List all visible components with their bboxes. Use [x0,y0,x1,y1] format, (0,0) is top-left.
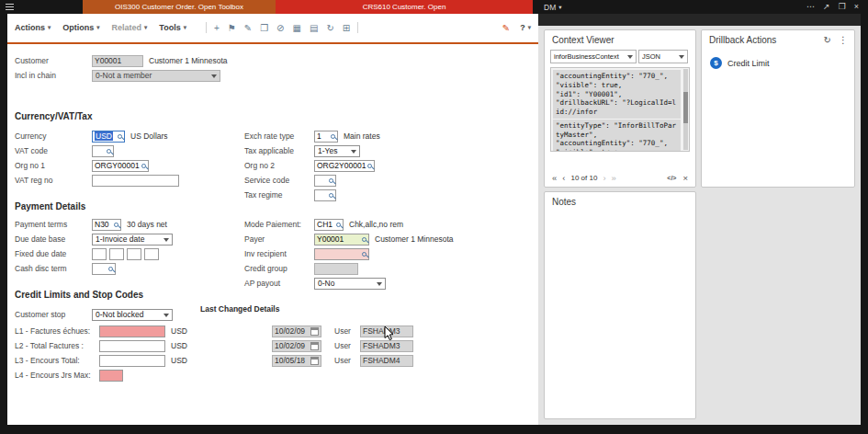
browse-icon[interactable] [331,134,335,139]
last-changed-date-input[interactable]: 10/02/09 [272,326,321,337]
help-menu[interactable]: ?▾ [520,23,531,32]
calendar-icon[interactable] [310,327,319,336]
org-no-1-input[interactable]: ORGY00001 [92,160,149,172]
credit-limit-2-row: L2 - Total Factures : USD [15,339,187,352]
browse-icon[interactable] [362,252,366,257]
edit-icon[interactable]: ✎ [244,23,252,33]
context-select[interactable]: inforBusinessContext [550,50,637,63]
browse-icon[interactable] [336,223,341,227]
view-source-icon[interactable]: </> [667,175,676,181]
last-page-icon[interactable]: » [612,173,616,183]
hamburger-menu-icon[interactable] [0,0,18,14]
customer-input[interactable]: Y00001 [92,55,143,67]
refresh-icon[interactable]: ↻ [824,35,831,45]
mode-paiement-input[interactable]: CH1 [314,219,344,231]
currency-input[interactable]: USD [92,131,125,143]
org-no-2-input[interactable]: ORG2Y00001 [314,160,375,172]
browse-icon[interactable] [107,149,111,154]
popout-icon[interactable]: ↗ [823,2,830,12]
layout-icon[interactable]: ⊞ [343,23,350,33]
browse-icon[interactable] [329,178,333,183]
last-changed-user-input[interactable]: FSHADM3 [360,326,413,337]
context-json-view[interactable]: "accountingEntity": "770_", "visible": t… [550,67,690,152]
chevron-down-icon: ▾ [144,24,147,31]
refresh-icon[interactable]: ↻ [326,23,333,33]
copy-icon[interactable]: ❐ [260,23,268,33]
more-icon[interactable]: ⋯ [806,2,815,12]
tax-applicable-select[interactable]: 1-Yes [314,145,360,157]
calendar-icon[interactable] [310,342,319,350]
scrollbar-thumb[interactable] [683,92,688,123]
chevron-down-icon: ▾ [528,24,531,31]
json-block: "accountingEntity": "770_", "visible": t… [553,70,681,119]
calendar-icon[interactable]: ▤ [310,23,318,33]
notes-title: Notes [545,192,695,210]
browse-icon[interactable] [118,134,122,139]
incl-in-chain-select[interactable]: 0-Not a member [92,70,220,82]
last-changed-date-input[interactable]: 10/05/18 [272,355,321,367]
close-icon[interactable]: × [854,2,859,12]
due-date-base-select[interactable]: 1-Invoice date [92,234,173,246]
fixed-due-date-input-1[interactable] [92,248,107,260]
personalize-icon[interactable]: ✎ [502,23,510,33]
inv-recipient-input[interactable] [314,248,369,260]
browse-icon[interactable] [141,164,146,168]
credit-limit-1-input[interactable] [99,326,165,337]
context-pager: « ‹ 10 of 10 › » </> × [552,173,688,183]
payment-terms-input[interactable]: N30 [92,219,121,231]
select-value: 1-Yes [318,146,337,155]
cash-disc-term-input[interactable] [92,263,116,275]
prev-page-icon[interactable]: ‹ [562,173,565,183]
window-controls: ⋯ ↗ ❐ × [806,2,859,12]
browse-icon[interactable] [108,267,113,271]
actions-menu[interactable]: Actions▾ [15,23,51,32]
currency-row: Currency USD US Dollars [15,130,168,143]
options-menu[interactable]: Options▾ [62,23,99,32]
drillback-item-credit-limit[interactable]: $ Credit Limit [710,57,846,69]
next-page-icon[interactable]: › [603,173,605,183]
credit-limit-2-input[interactable] [99,340,165,352]
browse-icon[interactable] [367,164,372,168]
first-page-icon[interactable]: « [552,173,557,183]
payer-input[interactable]: Y00001 [314,234,369,246]
exch-rate-type-input[interactable]: 1 [314,131,338,143]
browse-icon[interactable] [362,237,366,242]
flag-icon[interactable]: ⚑ [228,23,236,33]
add-icon[interactable]: + [214,23,220,33]
service-code-input[interactable] [314,175,336,187]
dm-menu[interactable]: DM ▾ [544,3,562,12]
browse-icon[interactable] [114,223,118,227]
credit-group-input[interactable] [314,263,358,275]
incl-in-chain-label: Incl in chain [15,71,92,80]
format-select[interactable]: JSON [638,50,688,63]
toolbar-separator [206,22,207,33]
tools-menu[interactable]: Tools▾ [159,23,186,32]
tab-ois300[interactable]: OIS300 Customer Order. Open Toolbox [83,0,276,14]
credit-limit-3-input[interactable] [99,355,165,367]
fixed-due-date-input-4[interactable] [144,248,159,260]
chevron-down-icon: ▾ [184,24,186,31]
kebab-menu-icon[interactable]: ⋮ [839,35,848,45]
last-changed-date-input[interactable]: 10/02/09 [272,340,321,352]
grid-icon[interactable]: ▦ [293,23,301,33]
last-changed-user-input[interactable]: FSHADM3 [360,340,413,352]
ap-payout-select[interactable]: 0-No [314,278,386,290]
fixed-due-date-input-2[interactable] [109,248,124,260]
close-context-icon[interactable]: × [682,173,688,183]
fixed-due-date-input-3[interactable] [127,248,141,260]
browse-icon[interactable] [329,193,333,198]
scrollbar[interactable] [683,69,688,150]
incl-in-chain-row: Incl in chain 0-Not a member [15,69,220,82]
calendar-icon[interactable] [310,357,319,365]
vat-reg-no-input[interactable] [92,175,179,187]
maximize-icon[interactable]: ❐ [839,2,846,12]
tax-regime-input[interactable] [314,189,336,201]
customer-stop-select[interactable]: 0-Not blocked [92,309,173,321]
related-menu[interactable]: Related▾ [112,23,148,32]
last-changed-user-input[interactable]: FSHADM4 [360,355,413,367]
vat-code-input[interactable] [92,145,114,157]
delete-icon[interactable]: ⊘ [276,23,284,33]
credit-limit-4-input[interactable] [99,370,123,382]
tab-crs610[interactable]: CRS610 Customer. Open [276,0,533,14]
fixed-due-date-inputs [92,248,159,260]
